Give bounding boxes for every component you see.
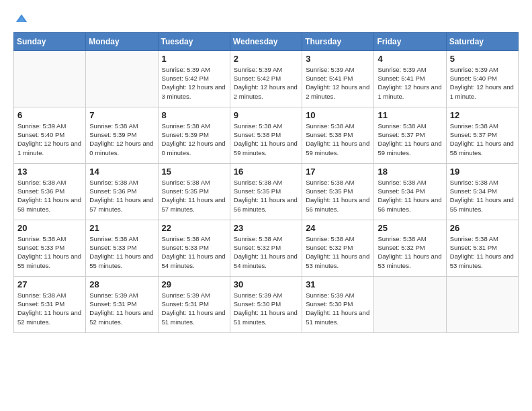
weekday-header-friday: Friday [374, 32, 446, 50]
day-number: 12 [450, 110, 515, 120]
calendar-cell: 6Sunrise: 5:39 AM Sunset: 5:40 PM Daylig… [14, 107, 86, 163]
calendar-cell: 2Sunrise: 5:39 AM Sunset: 5:42 PM Daylig… [230, 50, 302, 107]
cell-info: Sunrise: 5:38 AM Sunset: 5:36 PM Dayligh… [17, 178, 82, 214]
cell-info: Sunrise: 5:38 AM Sunset: 5:33 PM Dayligh… [162, 234, 226, 270]
calendar-cell [374, 276, 446, 332]
day-number: 3 [306, 54, 370, 64]
calendar-week-row: 27Sunrise: 5:38 AM Sunset: 5:31 PM Dayli… [14, 276, 519, 332]
cell-info: Sunrise: 5:38 AM Sunset: 5:33 PM Dayligh… [89, 234, 154, 270]
day-number: 30 [234, 279, 298, 289]
calendar-cell: 15Sunrise: 5:38 AM Sunset: 5:35 PM Dayli… [158, 163, 230, 220]
calendar-week-row: 13Sunrise: 5:38 AM Sunset: 5:36 PM Dayli… [14, 163, 519, 220]
weekday-header-tuesday: Tuesday [158, 32, 230, 50]
cell-info: Sunrise: 5:38 AM Sunset: 5:35 PM Dayligh… [234, 178, 298, 214]
day-number: 24 [306, 223, 370, 233]
cell-info: Sunrise: 5:39 AM Sunset: 5:40 PM Dayligh… [17, 122, 82, 157]
logo [13, 11, 31, 26]
weekday-header-sunday: Sunday [14, 32, 86, 50]
day-number: 29 [162, 279, 226, 289]
day-number: 27 [17, 279, 82, 289]
calendar-week-row: 1Sunrise: 5:39 AM Sunset: 5:42 PM Daylig… [14, 50, 519, 107]
day-number: 7 [89, 110, 154, 120]
day-number: 19 [450, 167, 515, 177]
calendar-week-row: 20Sunrise: 5:38 AM Sunset: 5:33 PM Dayli… [14, 220, 519, 276]
calendar-cell: 1Sunrise: 5:39 AM Sunset: 5:42 PM Daylig… [158, 50, 230, 107]
calendar-cell: 12Sunrise: 5:38 AM Sunset: 5:37 PM Dayli… [446, 107, 518, 163]
calendar-cell: 25Sunrise: 5:38 AM Sunset: 5:32 PM Dayli… [374, 220, 446, 276]
calendar-cell: 14Sunrise: 5:38 AM Sunset: 5:36 PM Dayli… [86, 163, 158, 220]
weekday-header-saturday: Saturday [446, 32, 518, 50]
day-number: 20 [17, 223, 82, 233]
header [13, 11, 519, 26]
day-number: 1 [162, 54, 226, 64]
calendar-cell: 31Sunrise: 5:39 AM Sunset: 5:30 PM Dayli… [302, 276, 374, 332]
cell-info: Sunrise: 5:39 AM Sunset: 5:31 PM Dayligh… [162, 291, 226, 326]
day-number: 16 [234, 167, 298, 177]
day-number: 26 [450, 223, 515, 233]
day-number: 23 [234, 223, 298, 233]
cell-info: Sunrise: 5:39 AM Sunset: 5:42 PM Dayligh… [162, 65, 226, 101]
calendar-cell: 5Sunrise: 5:39 AM Sunset: 5:40 PM Daylig… [446, 50, 518, 107]
calendar-cell: 20Sunrise: 5:38 AM Sunset: 5:33 PM Dayli… [14, 220, 86, 276]
weekday-header-monday: Monday [86, 32, 158, 50]
day-number: 2 [234, 54, 298, 64]
calendar-cell: 28Sunrise: 5:39 AM Sunset: 5:31 PM Dayli… [86, 276, 158, 332]
day-number: 17 [306, 167, 370, 177]
weekday-header-row: SundayMondayTuesdayWednesdayThursdayFrid… [14, 32, 519, 50]
cell-info: Sunrise: 5:38 AM Sunset: 5:35 PM Dayligh… [162, 178, 226, 214]
cell-info: Sunrise: 5:38 AM Sunset: 5:37 PM Dayligh… [378, 122, 442, 157]
day-number: 28 [89, 279, 154, 289]
day-number: 15 [162, 167, 226, 177]
cell-info: Sunrise: 5:38 AM Sunset: 5:31 PM Dayligh… [450, 234, 515, 270]
weekday-header-thursday: Thursday [302, 32, 374, 50]
cell-info: Sunrise: 5:38 AM Sunset: 5:32 PM Dayligh… [234, 234, 298, 270]
calendar-cell [14, 50, 86, 107]
logo-icon [15, 12, 28, 26]
day-number: 13 [17, 167, 82, 177]
cell-info: Sunrise: 5:38 AM Sunset: 5:35 PM Dayligh… [306, 178, 370, 214]
day-number: 8 [162, 110, 226, 120]
calendar-cell [446, 276, 518, 332]
calendar-cell: 3Sunrise: 5:39 AM Sunset: 5:41 PM Daylig… [302, 50, 374, 107]
cell-info: Sunrise: 5:38 AM Sunset: 5:38 PM Dayligh… [234, 122, 298, 157]
calendar-cell: 16Sunrise: 5:38 AM Sunset: 5:35 PM Dayli… [230, 163, 302, 220]
day-number: 31 [306, 279, 370, 289]
calendar-cell: 17Sunrise: 5:38 AM Sunset: 5:35 PM Dayli… [302, 163, 374, 220]
calendar-cell: 10Sunrise: 5:38 AM Sunset: 5:38 PM Dayli… [302, 107, 374, 163]
cell-info: Sunrise: 5:38 AM Sunset: 5:39 PM Dayligh… [162, 122, 226, 157]
day-number: 18 [378, 167, 442, 177]
day-number: 11 [378, 110, 442, 120]
cell-info: Sunrise: 5:38 AM Sunset: 5:36 PM Dayligh… [89, 178, 154, 214]
cell-info: Sunrise: 5:38 AM Sunset: 5:34 PM Dayligh… [450, 178, 515, 214]
day-number: 5 [450, 54, 515, 64]
calendar-cell: 11Sunrise: 5:38 AM Sunset: 5:37 PM Dayli… [374, 107, 446, 163]
cell-info: Sunrise: 5:39 AM Sunset: 5:30 PM Dayligh… [306, 291, 370, 326]
day-number: 21 [89, 223, 154, 233]
calendar-cell: 13Sunrise: 5:38 AM Sunset: 5:36 PM Dayli… [14, 163, 86, 220]
calendar-cell: 26Sunrise: 5:38 AM Sunset: 5:31 PM Dayli… [446, 220, 518, 276]
calendar-table: SundayMondayTuesdayWednesdayThursdayFrid… [13, 32, 519, 333]
cell-info: Sunrise: 5:39 AM Sunset: 5:40 PM Dayligh… [450, 65, 515, 101]
day-number: 6 [17, 110, 82, 120]
cell-info: Sunrise: 5:38 AM Sunset: 5:37 PM Dayligh… [450, 122, 515, 157]
calendar-cell: 21Sunrise: 5:38 AM Sunset: 5:33 PM Dayli… [86, 220, 158, 276]
cell-info: Sunrise: 5:38 AM Sunset: 5:32 PM Dayligh… [378, 234, 442, 270]
calendar-cell [86, 50, 158, 107]
calendar-cell: 27Sunrise: 5:38 AM Sunset: 5:31 PM Dayli… [14, 276, 86, 332]
calendar-cell: 29Sunrise: 5:39 AM Sunset: 5:31 PM Dayli… [158, 276, 230, 332]
calendar-cell: 4Sunrise: 5:39 AM Sunset: 5:41 PM Daylig… [374, 50, 446, 107]
cell-info: Sunrise: 5:39 AM Sunset: 5:41 PM Dayligh… [378, 65, 442, 101]
calendar-week-row: 6Sunrise: 5:39 AM Sunset: 5:40 PM Daylig… [14, 107, 519, 163]
cell-info: Sunrise: 5:38 AM Sunset: 5:34 PM Dayligh… [378, 178, 442, 214]
calendar-cell: 30Sunrise: 5:39 AM Sunset: 5:30 PM Dayli… [230, 276, 302, 332]
cell-info: Sunrise: 5:38 AM Sunset: 5:33 PM Dayligh… [17, 234, 82, 270]
cell-info: Sunrise: 5:39 AM Sunset: 5:30 PM Dayligh… [234, 291, 298, 326]
weekday-header-wednesday: Wednesday [230, 32, 302, 50]
cell-info: Sunrise: 5:38 AM Sunset: 5:32 PM Dayligh… [306, 234, 370, 270]
day-number: 22 [162, 223, 226, 233]
calendar-cell: 9Sunrise: 5:38 AM Sunset: 5:38 PM Daylig… [230, 107, 302, 163]
cell-info: Sunrise: 5:39 AM Sunset: 5:41 PM Dayligh… [306, 65, 370, 101]
cell-info: Sunrise: 5:38 AM Sunset: 5:38 PM Dayligh… [306, 122, 370, 157]
logo-general [13, 11, 28, 26]
cell-info: Sunrise: 5:39 AM Sunset: 5:31 PM Dayligh… [89, 291, 154, 326]
